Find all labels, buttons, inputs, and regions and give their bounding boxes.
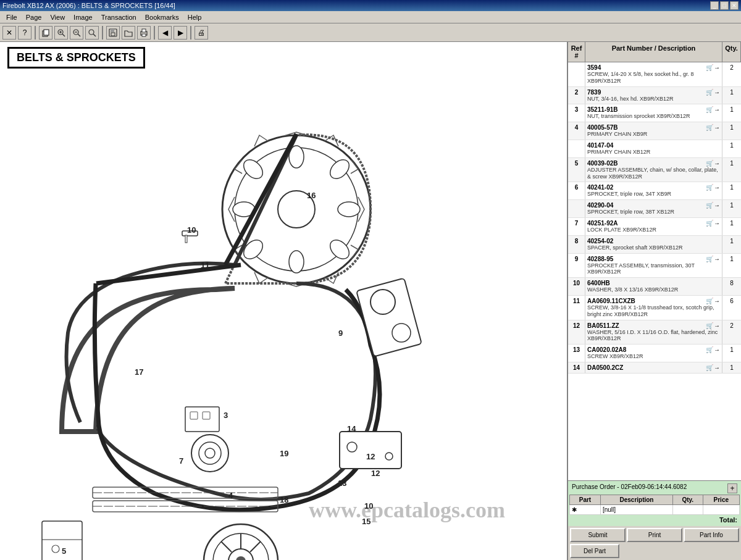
info-icon[interactable]: →	[714, 64, 720, 71]
part-description: SCREW, 3/8-16 X 1-1/8 trusshead torx, sc…	[587, 304, 720, 318]
svg-text:5: 5	[62, 546, 66, 556]
svg-rect-1	[44, 30, 49, 35]
cart-icon[interactable]: 🛒	[706, 220, 713, 227]
table-row[interactable]: 40290-04🛒→SPROCKET, triple row, 38T XB12…	[568, 200, 741, 218]
table-row[interactable]: 40147-04PRIMARY CHAIN XB12R1	[568, 140, 741, 158]
info-icon[interactable]: →	[714, 346, 720, 353]
table-row[interactable]: 740251-92A🛒→LOCK PLATE XB9R/XB12R1	[568, 218, 741, 236]
toolbar-save-btn[interactable]	[106, 26, 120, 40]
part-description: PRIMARY CHAIN XB9R	[587, 131, 720, 138]
info-icon[interactable]: →	[714, 220, 720, 227]
toolbar-open-btn[interactable]	[122, 26, 135, 40]
info-icon[interactable]: →	[714, 364, 720, 371]
table-row[interactable]: 27839🛒→NUT, 3/4-16, hex hd. XB9R/XB12R1	[568, 87, 741, 105]
header-qty: Qty.	[722, 42, 741, 62]
info-icon[interactable]: →	[714, 298, 720, 304]
part-qty-cell: 8	[722, 278, 741, 295]
svg-text:10: 10	[364, 501, 373, 511]
svg-rect-15	[142, 29, 146, 32]
toolbar-zoom-in-btn[interactable]	[54, 26, 68, 40]
menu-image[interactable]: Image	[70, 12, 96, 22]
part-description: WASHER, 5/16 I.D. X 11/16 O.D. flat, har…	[587, 329, 720, 343]
svg-rect-13	[111, 33, 115, 36]
table-row[interactable]: 940288-95🛒→SPROCKET ASSEMBLY, transmissi…	[568, 254, 741, 278]
table-row[interactable]: 3594🛒→SCREW, 1/4-20 X 5/8, hex socket hd…	[568, 62, 741, 87]
part-description: SPROCKET, triple row, 34T XB9R	[587, 191, 720, 198]
part-description: NUT, transmission sprocket XB9R/XB12R	[587, 113, 720, 120]
cart-icon[interactable]: 🛒	[706, 89, 713, 96]
info-icon[interactable]: →	[714, 184, 720, 191]
part-number: 40147-04	[587, 142, 720, 149]
menu-bookmarks[interactable]: Bookmarks	[141, 12, 183, 22]
table-row[interactable]: 840254-02SPACER, sprocket shaft XB9R/XB1…	[568, 236, 741, 254]
part-ref-cell: 9	[568, 254, 585, 278]
info-icon[interactable]: →	[714, 124, 720, 131]
diagram-svg-container: 16 10 11 17 1 3 7 4 19 18 9 14 12 13 10 …	[0, 73, 567, 560]
minimize-button[interactable]: _	[710, 1, 719, 10]
toolbar-zoom-out-btn[interactable]	[70, 26, 83, 40]
close-button[interactable]: ✕	[730, 1, 739, 10]
info-icon[interactable]: →	[714, 322, 720, 329]
menu-page[interactable]: Page	[22, 12, 46, 22]
part-description: SPACER, sprocket shaft XB9R/XB12R	[587, 244, 720, 251]
purchase-order: Purchase Order - 02Feb09-06:14:44.6082 +…	[568, 480, 741, 526]
svg-text:7: 7	[179, 456, 183, 466]
cart-icon[interactable]: 🛒	[706, 106, 713, 113]
part-qty-cell: 1	[722, 158, 741, 182]
main-content: BELTS & SPROCKETS	[0, 42, 741, 560]
svg-text:13: 13	[338, 479, 346, 488]
part-info-button[interactable]: Part Info	[684, 528, 739, 542]
toolbar-help-btn[interactable]: ?	[18, 26, 31, 40]
toolbar-prev-btn[interactable]: ◀	[158, 26, 172, 40]
part-action-icons: 🛒→	[706, 364, 720, 371]
po-total: Total:	[569, 515, 740, 525]
cart-icon[interactable]: 🛒	[706, 184, 713, 191]
menu-view[interactable]: View	[46, 12, 69, 22]
table-row[interactable]: 440005-57B🛒→PRIMARY CHAIN XB9R1	[568, 122, 741, 140]
toolbar-copy-btn[interactable]	[39, 26, 52, 40]
part-ref-cell: 7	[568, 218, 585, 235]
table-row[interactable]: 11AA0609.11CXZB🛒→SCREW, 3/8-16 X 1-1/8 t…	[568, 296, 741, 320]
cart-icon[interactable]: 🛒	[706, 322, 713, 329]
svg-rect-56	[190, 412, 198, 419]
table-row[interactable]: 335211-91B🛒→NUT, transmission sprocket X…	[568, 104, 741, 122]
cart-icon[interactable]: 🛒	[706, 202, 713, 209]
table-row[interactable]: 540039-02B🛒→ADJUSTER ASSEMBLY, chain, w/…	[568, 158, 741, 183]
cart-icon[interactable]: 🛒	[706, 160, 713, 167]
part-description: SPROCKET ASSEMBLY, transmission, 30T XB9…	[587, 262, 720, 276]
part-info-cell: 40005-57B🛒→PRIMARY CHAIN XB9R	[585, 122, 722, 140]
part-number: 40241-02🛒→	[587, 184, 720, 191]
submit-button[interactable]: Submit	[570, 528, 626, 542]
cart-icon[interactable]: 🛒	[706, 256, 713, 262]
info-icon[interactable]: →	[714, 106, 720, 113]
print-button[interactable]: Print	[627, 528, 682, 542]
table-row[interactable]: 13CA0020.02A8🛒→SCREW XB9R/XB12R1	[568, 345, 741, 362]
menu-file[interactable]: File	[2, 12, 21, 22]
toolbar-zoom-fit-btn[interactable]	[85, 26, 99, 40]
po-add-button[interactable]: +	[727, 483, 737, 493]
table-row[interactable]: 14DA0500.2CZ🛒→1	[568, 362, 741, 374]
info-icon[interactable]: →	[714, 256, 720, 262]
toolbar-print-btn[interactable]	[137, 26, 151, 40]
maximize-button[interactable]: □	[720, 1, 729, 10]
info-icon[interactable]: →	[714, 202, 720, 209]
del-part-button[interactable]: Del Part	[570, 544, 619, 558]
toolbar-next-btn[interactable]: ▶	[174, 26, 187, 40]
cart-icon[interactable]: 🛒	[706, 64, 713, 71]
info-icon[interactable]: →	[714, 89, 720, 96]
table-row[interactable]: 12BA0511.ZZ🛒→WASHER, 5/16 I.D. X 11/16 O…	[568, 320, 741, 345]
cart-icon[interactable]: 🛒	[706, 364, 713, 371]
cart-icon[interactable]: 🛒	[706, 346, 713, 353]
menu-help[interactable]: Help	[184, 12, 206, 22]
table-row[interactable]: 106400HBWASHER, 3/8 X 13/16 XB9R/XB12R8	[568, 278, 741, 296]
info-icon[interactable]: →	[714, 160, 720, 167]
toolbar-close-btn[interactable]: ✕	[2, 26, 16, 40]
table-row[interactable]: 640241-02🛒→SPROCKET, triple row, 34T XB9…	[568, 182, 741, 200]
cart-icon[interactable]: 🛒	[706, 298, 713, 304]
parts-list[interactable]: 3594🛒→SCREW, 1/4-20 X 5/8, hex socket hd…	[568, 62, 741, 480]
toolbar-print2-btn[interactable]: 🖨	[195, 26, 208, 40]
part-ref-cell: 14	[568, 362, 585, 373]
cart-icon[interactable]: 🛒	[706, 124, 713, 131]
menu-transaction[interactable]: Transaction	[98, 12, 140, 22]
part-number: 40005-57B🛒→	[587, 124, 720, 131]
